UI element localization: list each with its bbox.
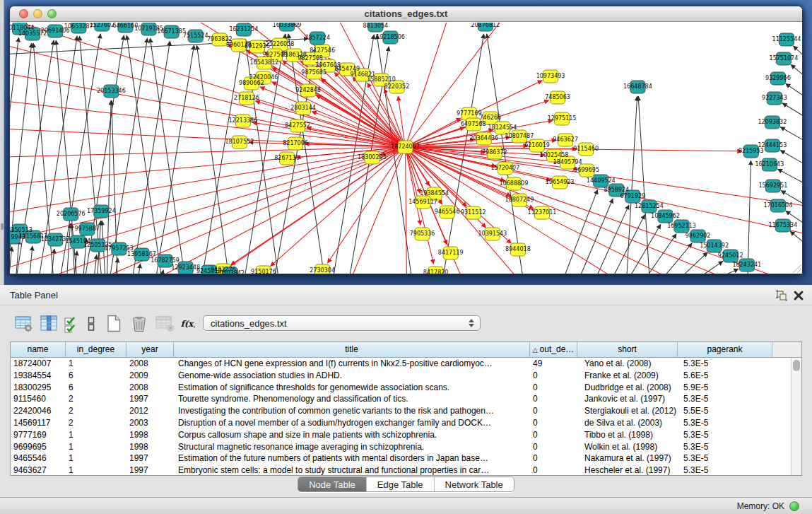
- table-cell-title[interactable]: Changes of HCN gene expression and I(f) …: [174, 358, 530, 370]
- table-cell-title[interactable]: Estimation of the future numbers of pati…: [174, 452, 530, 465]
- network-canvas[interactable]: 1872400779638228960128891293625226058982…: [10, 23, 802, 274]
- table-cell-in_degree[interactable]: 1: [66, 358, 126, 370]
- row-height-button[interactable]: [83, 313, 99, 334]
- table-cell-short[interactable]: Dudbridge et al. (2008): [577, 382, 678, 394]
- table-cell-name[interactable]: 18724007: [11, 358, 66, 370]
- table-row[interactable]: 1872400712008Changes of HCN gene express…: [11, 358, 791, 370]
- table-cell-out_de[interactable]: 0: [530, 382, 577, 394]
- table-cell-year[interactable]: 2003: [126, 417, 174, 429]
- table-cell-out_de[interactable]: 0: [530, 405, 577, 417]
- table-cell-pagerank[interactable]: 5.6E-5: [678, 370, 772, 382]
- table-cell-short[interactable]: Hescheler et al. (1997): [577, 465, 678, 475]
- table-cell-out_de[interactable]: 0: [530, 452, 577, 465]
- tab-network-table[interactable]: Network Table: [434, 477, 514, 491]
- table-cell-out_de[interactable]: 0: [530, 465, 577, 475]
- table-cell-name[interactable]: 22420046: [11, 405, 66, 417]
- table-cell-name[interactable]: 19384554: [11, 370, 66, 382]
- table-cell-year[interactable]: 1997: [126, 465, 174, 475]
- table-row[interactable]: 1456911722003Disruption of a novel membe…: [11, 417, 791, 429]
- table-cell-title[interactable]: Corpus callosum shape and size in male p…: [174, 429, 530, 441]
- minimize-traffic-light-icon[interactable]: [33, 9, 42, 18]
- table-cell-out_de[interactable]: 0: [530, 393, 577, 405]
- table-cell-in_degree[interactable]: 1: [66, 429, 126, 441]
- column-header-out_de[interactable]: △out_de…: [530, 342, 577, 358]
- table-cell-name[interactable]: 18300295: [11, 382, 66, 394]
- table-cell-pagerank[interactable]: 5.3E-5: [678, 452, 772, 465]
- table-cell-in_degree[interactable]: 1: [66, 452, 126, 465]
- table-cell-out_de[interactable]: 0: [530, 417, 577, 429]
- table-cell-title[interactable]: Investigating the contribution of common…: [174, 405, 530, 417]
- close-panel-icon[interactable]: [792, 289, 805, 302]
- table-cell-short[interactable]: de Silva et al. (2003): [577, 417, 678, 429]
- table-cell-in_degree[interactable]: 6: [66, 370, 126, 382]
- delete-table-button[interactable]: [154, 313, 175, 334]
- table-cell-year[interactable]: 2012: [126, 405, 174, 417]
- table-cell-pagerank[interactable]: 5.3E-5: [678, 429, 772, 441]
- table-row[interactable]: 911546021997Tourette syndrome. Phenomeno…: [11, 393, 791, 405]
- table-cell-title[interactable]: Genome-wide association studies in ADHD.: [174, 370, 530, 382]
- function-builder-button[interactable]: f(x): [180, 313, 195, 334]
- table-settings-button[interactable]: [13, 313, 34, 334]
- close-traffic-light-icon[interactable]: [19, 9, 28, 18]
- table-cell-title[interactable]: Structural magnetic resonance image aver…: [174, 441, 530, 453]
- table-cell-short[interactable]: Wolkin et al. (1998): [577, 441, 678, 453]
- window-titlebar[interactable]: citations_edges.txt: [10, 6, 802, 22]
- column-header-title[interactable]: title: [174, 342, 530, 358]
- column-header-year[interactable]: year: [126, 342, 174, 358]
- table-cell-name[interactable]: 9777169: [11, 429, 66, 441]
- table-cell-name[interactable]: 9465546: [11, 452, 66, 465]
- table-cell-pagerank[interactable]: 5.3E-5: [678, 417, 772, 429]
- table-cell-pagerank[interactable]: 5.3E-5: [678, 393, 772, 405]
- network-view-window[interactable]: citations_edges.txt 18724007796382289601…: [9, 6, 803, 274]
- table-cell-short[interactable]: Tibbo et al. (1998): [577, 429, 678, 441]
- splitter-handle-icon[interactable]: [1, 223, 4, 230]
- column-header-in_degree[interactable]: in_degree: [66, 342, 126, 358]
- table-cell-name[interactable]: 14569117: [11, 417, 66, 429]
- table-cell-year[interactable]: 2008: [126, 358, 174, 370]
- table-row[interactable]: 969969511998Structural magnetic resonanc…: [11, 441, 791, 453]
- table-row[interactable]: 2242004622012Investigating the contribut…: [11, 405, 791, 417]
- column-visibility-button[interactable]: [38, 313, 59, 334]
- table-row[interactable]: 977716911998Corpus callosum shape and si…: [11, 429, 791, 441]
- table-cell-year[interactable]: 1997: [126, 452, 174, 465]
- table-cell-short[interactable]: Franke et al. (2009): [577, 370, 678, 382]
- table-cell-pagerank[interactable]: 5.3E-5: [678, 465, 772, 475]
- scrollbar-thumb[interactable]: [793, 360, 800, 371]
- column-select-button[interactable]: [64, 313, 79, 334]
- network-table-selector[interactable]: citations_edges.txt: [203, 315, 481, 331]
- table-cell-year[interactable]: 1998: [126, 441, 174, 453]
- table-cell-in_degree[interactable]: 1: [66, 465, 126, 475]
- table-cell-pagerank[interactable]: 5.5E-5: [678, 405, 772, 417]
- table-cell-pagerank[interactable]: 5.3E-5: [678, 441, 772, 453]
- table-cell-in_degree[interactable]: 2: [66, 405, 126, 417]
- table-cell-pagerank[interactable]: 5.9E-5: [678, 382, 772, 394]
- table-cell-in_degree[interactable]: 6: [66, 382, 126, 394]
- column-header-pagerank[interactable]: pagerank: [678, 342, 772, 358]
- zoom-traffic-light-icon[interactable]: [47, 9, 57, 18]
- tab-node-table[interactable]: Node Table: [298, 477, 366, 491]
- table-cell-name[interactable]: 9463627: [11, 465, 66, 475]
- new-column-button[interactable]: [103, 313, 124, 334]
- table-cell-out_de[interactable]: 49: [530, 358, 577, 370]
- table-cell-year[interactable]: 1997: [126, 393, 174, 405]
- table-cell-short[interactable]: Stergiakouli et al. (2012): [577, 405, 678, 417]
- delete-column-button[interactable]: [129, 313, 150, 334]
- table-cell-year[interactable]: 1998: [126, 429, 174, 441]
- float-panel-icon[interactable]: [775, 289, 788, 302]
- table-cell-in_degree[interactable]: 2: [66, 417, 126, 429]
- table-cell-short[interactable]: Nakamura et al. (1997): [577, 452, 678, 465]
- table-cell-name[interactable]: 9115460: [11, 393, 66, 405]
- table-row[interactable]: 946362711997Embryonic stem cells: a mode…: [11, 465, 791, 475]
- table-cell-title[interactable]: Tourette syndrome. Phenomenology and cla…: [174, 393, 530, 405]
- table-cell-title[interactable]: Embryonic stem cells: a model to study s…: [174, 465, 530, 475]
- table-cell-short[interactable]: Yano et al. (2008): [577, 358, 678, 370]
- table-vertical-scrollbar[interactable]: [791, 358, 801, 475]
- column-header-name[interactable]: name: [11, 342, 66, 358]
- table-cell-short[interactable]: Jankovic et al. (1997): [577, 393, 678, 405]
- tab-edge-table[interactable]: Edge Table: [366, 477, 434, 491]
- table-cell-out_de[interactable]: 0: [530, 441, 577, 453]
- table-cell-title[interactable]: Estimation of significance thresholds fo…: [174, 382, 530, 394]
- table-cell-year[interactable]: 2009: [126, 370, 174, 382]
- table-row[interactable]: 946554611997Estimation of the future num…: [11, 452, 791, 465]
- table-cell-out_de[interactable]: 0: [530, 370, 577, 382]
